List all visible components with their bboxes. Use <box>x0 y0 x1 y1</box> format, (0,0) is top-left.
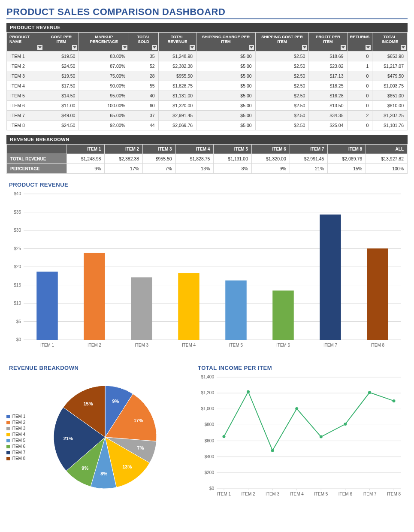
filter-dropdown-icon[interactable] <box>122 45 127 50</box>
table-row[interactable]: ITEM 5$14.5095.00%40$1,131.00$5.00$2.50$… <box>7 91 408 101</box>
cell[interactable]: $1,207.25 <box>372 111 408 121</box>
cell[interactable]: 100.00% <box>79 101 129 111</box>
cell[interactable]: $24.50 <box>44 61 79 71</box>
filter-dropdown-icon[interactable] <box>341 45 346 50</box>
cell[interactable]: $25.04 <box>309 121 347 130</box>
cell[interactable]: $5.00 <box>196 71 256 81</box>
cell[interactable]: 0 <box>347 81 372 91</box>
cell[interactable]: $2,069.76 <box>158 121 196 130</box>
filter-dropdown-icon[interactable] <box>72 45 77 50</box>
cell[interactable]: $18.25 <box>309 81 347 91</box>
cell[interactable]: 28 <box>129 71 158 81</box>
cell[interactable]: 95.00% <box>79 91 129 101</box>
column-header[interactable]: TOTAL SOLD <box>129 33 158 51</box>
column-header[interactable]: RETURNS <box>347 33 372 51</box>
table-row[interactable]: ITEM 7$49.0065.00%37$2,991.45$5.00$2.50$… <box>7 111 408 121</box>
cell[interactable]: 52 <box>129 61 158 71</box>
table-row[interactable]: ITEM 4$17.5090.00%55$1,828.75$5.00$2.50$… <box>7 81 408 91</box>
filter-dropdown-icon[interactable] <box>302 45 307 50</box>
filter-dropdown-icon[interactable] <box>152 45 157 50</box>
cell[interactable]: $5.00 <box>196 51 256 61</box>
cell[interactable]: $955.50 <box>158 71 196 81</box>
cell[interactable]: ITEM 1 <box>7 51 44 61</box>
filter-dropdown-icon[interactable] <box>401 45 406 50</box>
cell[interactable]: $5.00 <box>196 61 256 71</box>
cell[interactable]: ITEM 2 <box>7 61 44 71</box>
cell[interactable]: $16.28 <box>309 91 347 101</box>
cell[interactable]: 0 <box>347 51 372 61</box>
cell[interactable]: $2,991.45 <box>158 111 196 121</box>
table-row[interactable]: ITEM 3$19.5075.00%28$955.50$5.00$2.50$17… <box>7 71 408 81</box>
cell[interactable]: $5.00 <box>196 81 256 91</box>
cell[interactable]: $1,217.07 <box>372 61 408 71</box>
cell[interactable]: 83.00% <box>79 51 129 61</box>
cell[interactable]: ITEM 7 <box>7 111 44 121</box>
cell[interactable]: $5.00 <box>196 121 256 130</box>
cell[interactable]: $2.50 <box>255 101 309 111</box>
cell[interactable]: $11.00 <box>44 101 79 111</box>
cell[interactable]: $1,003.75 <box>372 81 408 91</box>
column-header[interactable]: PROFIT PER ITEM <box>309 33 347 51</box>
cell[interactable]: $1,248.98 <box>158 51 196 61</box>
cell[interactable]: $24.50 <box>44 121 79 130</box>
cell[interactable]: $14.50 <box>44 91 79 101</box>
table-row[interactable]: ITEM 6$11.00100.00%60$1,320.00$5.00$2.50… <box>7 101 408 111</box>
cell[interactable]: $17.13 <box>309 71 347 81</box>
cell[interactable]: $49.00 <box>44 111 79 121</box>
cell[interactable]: 2 <box>347 111 372 121</box>
cell[interactable]: $5.00 <box>196 111 256 121</box>
cell[interactable]: $2.50 <box>255 111 309 121</box>
filter-dropdown-icon[interactable] <box>249 45 254 50</box>
cell[interactable]: $17.50 <box>44 81 79 91</box>
cell[interactable]: $2.50 <box>255 51 309 61</box>
column-header[interactable]: SHIPPING CHARGE PER ITEM <box>196 33 256 51</box>
cell[interactable]: 35 <box>129 51 158 61</box>
cell[interactable]: 65.00% <box>79 111 129 121</box>
column-header[interactable]: TOTAL INCOME <box>372 33 408 51</box>
cell[interactable]: 75.00% <box>79 71 129 81</box>
cell[interactable]: $2.50 <box>255 61 309 71</box>
cell[interactable]: $34.35 <box>309 111 347 121</box>
cell[interactable]: $18.69 <box>309 51 347 61</box>
cell[interactable]: ITEM 5 <box>7 91 44 101</box>
cell[interactable]: $2.50 <box>255 81 309 91</box>
column-header[interactable]: TOTAL REVENUE <box>158 33 196 51</box>
cell[interactable]: ITEM 8 <box>7 121 44 130</box>
cell[interactable]: $5.00 <box>196 101 256 111</box>
cell[interactable]: 0 <box>347 71 372 81</box>
column-header[interactable]: COST PER ITEM <box>44 33 79 51</box>
cell[interactable]: 44 <box>129 121 158 130</box>
cell[interactable]: $1,101.76 <box>372 121 408 130</box>
cell[interactable]: 0 <box>347 121 372 130</box>
cell[interactable]: ITEM 4 <box>7 81 44 91</box>
cell[interactable]: $5.00 <box>196 91 256 101</box>
column-header[interactable]: SHIPPING COST PER ITEM <box>255 33 309 51</box>
cell[interactable]: $1,320.00 <box>158 101 196 111</box>
table-row[interactable]: ITEM 2$24.5087.00%52$2,382.38$5.00$2.50$… <box>7 61 408 71</box>
cell[interactable]: $2,382.38 <box>158 61 196 71</box>
cell[interactable]: 40 <box>129 91 158 101</box>
cell[interactable]: $2.50 <box>255 91 309 101</box>
cell[interactable]: 37 <box>129 111 158 121</box>
cell[interactable]: $1,828.75 <box>158 81 196 91</box>
cell[interactable]: $19.50 <box>44 71 79 81</box>
table-row[interactable]: ITEM 8$24.5092.00%44$2,069.76$5.00$2.50$… <box>7 121 408 130</box>
cell[interactable]: $23.82 <box>309 61 347 71</box>
cell[interactable]: $479.50 <box>372 71 408 81</box>
cell[interactable]: 55 <box>129 81 158 91</box>
cell[interactable]: 1 <box>347 61 372 71</box>
column-header[interactable]: PRODUCT NAME <box>7 33 44 51</box>
cell[interactable]: 60 <box>129 101 158 111</box>
cell[interactable]: $2.50 <box>255 71 309 81</box>
filter-dropdown-icon[interactable] <box>366 45 371 50</box>
cell[interactable]: $13.50 <box>309 101 347 111</box>
filter-dropdown-icon[interactable] <box>190 45 195 50</box>
cell[interactable]: 87.00% <box>79 61 129 71</box>
cell[interactable]: $19.50 <box>44 51 79 61</box>
cell[interactable]: $1,131.00 <box>158 91 196 101</box>
cell[interactable]: 92.00% <box>79 121 129 130</box>
cell[interactable]: 90.00% <box>79 81 129 91</box>
table-row[interactable]: ITEM 1$19.5083.00%35$1,248.98$5.00$2.50$… <box>7 51 408 61</box>
filter-dropdown-icon[interactable] <box>37 45 42 50</box>
cell[interactable]: $653.98 <box>372 51 408 61</box>
